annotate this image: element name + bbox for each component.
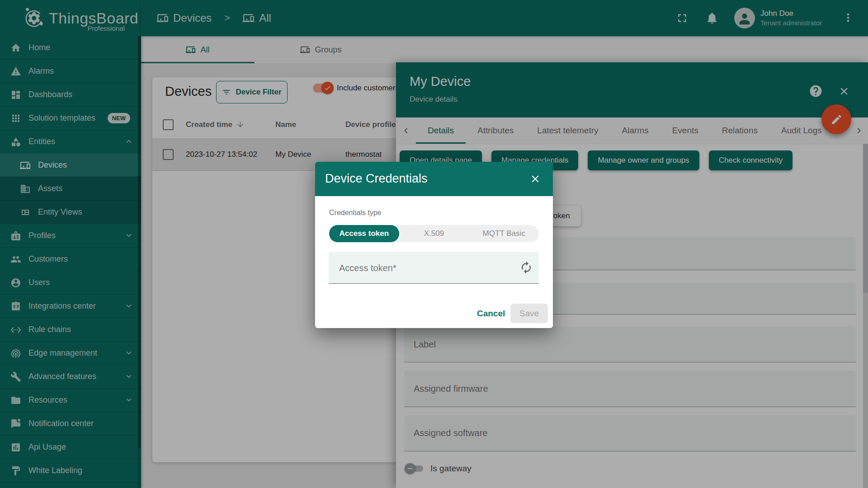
credentials-type-segments: Access tokenX.509MQTT Basic [329, 225, 539, 242]
device-credentials-dialog: Device Credentials Credentials type Acce… [315, 162, 553, 328]
credentials-type-label: Credentials type [329, 209, 382, 217]
access-token-field[interactable] [329, 252, 539, 284]
dialog-header: Device Credentials [315, 162, 553, 196]
segment-access-token[interactable]: Access token [329, 225, 399, 242]
close-icon[interactable] [529, 173, 541, 185]
cancel-button[interactable]: Cancel [469, 304, 513, 323]
save-button[interactable]: Save [510, 304, 548, 323]
thingsboard-app: ThingsBoard Professional HomeAlarmsDashb… [0, 0, 868, 488]
segment-mqtt-basic[interactable]: MQTT Basic [469, 225, 539, 242]
dialog-title: Device Credentials [325, 172, 428, 186]
autorenew-icon[interactable] [519, 261, 533, 274]
access-token-input[interactable] [338, 252, 512, 284]
segment-x-509[interactable]: X.509 [399, 225, 469, 242]
